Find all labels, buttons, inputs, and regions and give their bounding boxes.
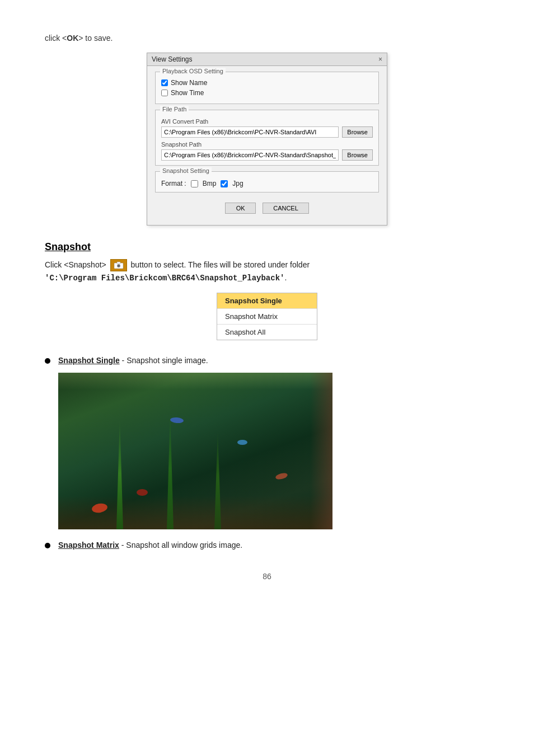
fish-plant-2 <box>159 406 181 529</box>
file-path-title: File Path <box>160 106 189 112</box>
dialog-wrapper: View Settings × Playback OSD Setting Sho… <box>45 53 489 226</box>
snapshot-dropdown: Snapshot Single Snapshot Matrix Snapshot… <box>217 293 317 340</box>
fish-plant-3 <box>204 423 232 529</box>
snapshot-section-heading: Snapshot <box>45 241 489 253</box>
bullet-dash-single: - <box>122 356 127 365</box>
avi-label: AVI Convert Path <box>161 118 373 125</box>
fish-spot-1 <box>91 502 108 514</box>
bullet-item-matrix: Snapshot Matrix - Snapshot all window gr… <box>45 541 489 550</box>
snapshot-path-input[interactable] <box>161 149 339 161</box>
fish-spot-2 <box>137 489 148 496</box>
bullet-dot-matrix <box>45 543 50 548</box>
jpg-label: Jpg <box>232 180 243 187</box>
avi-input[interactable] <box>161 126 339 138</box>
dropdown-item-matrix[interactable]: Snapshot Matrix <box>217 309 317 325</box>
dialog-title: View Settings <box>152 55 193 63</box>
intro-text: click <OK> to save. <box>45 34 489 43</box>
avi-field-row: Browse <box>161 126 373 138</box>
jpg-checkbox[interactable] <box>221 180 228 187</box>
cancel-button[interactable]: CANCEL <box>263 203 309 214</box>
dropdown-item-single[interactable]: Snapshot Single <box>217 293 317 309</box>
bmp-label: Bmp <box>203 180 217 187</box>
snapshot-setting-section: Snapshot Setting Format : Bmp Jpg <box>155 171 379 192</box>
fish-plant-1 <box>103 417 137 529</box>
svg-rect-2 <box>117 262 120 264</box>
snapshot-path-text: 'C:\Program Files\Brickcom\BRC64\Snapsho… <box>45 274 284 283</box>
bullet-label-matrix: Snapshot Matrix <box>58 541 119 550</box>
page-number: 86 <box>45 572 489 592</box>
fish-image-container <box>58 373 489 529</box>
playback-osd-section: Playback OSD Setting Show Name Show Time <box>155 72 379 104</box>
avi-browse-button[interactable]: Browse <box>342 126 373 138</box>
playback-osd-title: Playback OSD Setting <box>160 68 226 74</box>
snapshot-desc-part2: button to select. The files will be stor… <box>131 260 310 269</box>
ok-button[interactable]: OK <box>225 203 256 214</box>
view-settings-dialog: View Settings × Playback OSD Setting Sho… <box>147 53 387 226</box>
dropdown-item-all[interactable]: Snapshot All <box>217 325 317 340</box>
snapshot-setting-title: Snapshot Setting <box>160 167 212 174</box>
dialog-body: Playback OSD Setting Show Name Show Time… <box>147 66 387 225</box>
show-name-checkbox[interactable] <box>161 79 168 86</box>
bullet-text-matrix: Snapshot Matrix - Snapshot all window gr… <box>58 541 242 550</box>
file-path-section: File Path AVI Convert Path Browse Snapsh… <box>155 110 379 166</box>
dialog-footer: OK CANCEL <box>155 198 379 219</box>
page-content: click <OK> to save. View Settings × Play… <box>0 0 534 626</box>
bullet-item-single: Snapshot Single - Snapshot single image. <box>45 356 489 365</box>
snapshot-path-label: Snapshot Path <box>161 141 373 148</box>
fish-image <box>58 373 332 529</box>
fish-glass-right <box>310 373 332 529</box>
show-time-row: Show Time <box>161 89 373 97</box>
fish-spot-5 <box>275 472 288 480</box>
format-label: Format : <box>161 180 186 187</box>
format-row: Format : Bmp Jpg <box>161 180 373 187</box>
camera-icon <box>114 261 124 269</box>
fish-light <box>58 373 332 389</box>
show-name-row: Show Name <box>161 79 373 87</box>
svg-point-3 <box>118 265 119 267</box>
snapshot-field-row: Browse <box>161 149 373 161</box>
bullet-label-single: Snapshot Single <box>58 356 120 365</box>
show-time-label: Show Time <box>171 89 204 97</box>
bullet-dot-single <box>45 358 50 364</box>
show-name-label: Show Name <box>171 79 207 87</box>
dialog-titlebar: View Settings × <box>147 53 387 66</box>
bullet-desc-matrix: Snapshot all window grids image. <box>126 541 242 550</box>
snapshot-description: Click <Snapshot> button to select. The f… <box>45 259 489 285</box>
bmp-checkbox[interactable] <box>191 180 198 187</box>
snapshot-browse-button[interactable]: Browse <box>342 149 373 161</box>
bullet-list: Snapshot Single - Snapshot single image. <box>45 356 489 550</box>
fish-spot-3 <box>170 417 184 424</box>
snapshot-desc-part1: Click <Snapshot> <box>45 260 106 269</box>
bullet-text-single: Snapshot Single - Snapshot single image. <box>58 356 208 365</box>
snapshot-dropdown-wrapper: Snapshot Single Snapshot Matrix Snapshot… <box>45 293 489 340</box>
fish-spot-4 <box>237 440 247 445</box>
bullet-desc-single: Snapshot single image. <box>127 356 208 365</box>
show-time-checkbox[interactable] <box>161 90 168 96</box>
snapshot-icon-button[interactable] <box>110 259 127 271</box>
dialog-close-button[interactable]: × <box>378 55 382 63</box>
